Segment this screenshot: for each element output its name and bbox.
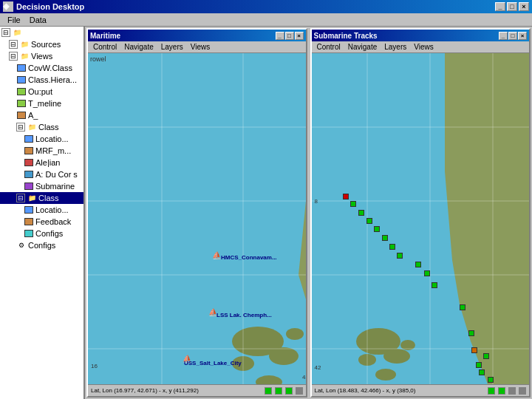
tree-output[interactable]: Ou:put <box>0 86 83 98</box>
track-sq-green-14 <box>483 353 489 359</box>
tree-ax[interactable]: A_ <box>0 109 83 121</box>
close-button[interactable]: × <box>519 2 529 11</box>
maritime-menu-control[interactable]: Control <box>89 43 120 51</box>
sub-coord-42: 42 <box>315 364 321 371</box>
maritime-menu-views[interactable]: Views <box>187 43 214 51</box>
views-label: Views <box>31 52 52 61</box>
maritime-ind-1 <box>265 387 272 395</box>
tree-timeline[interactable]: T_meline <box>0 98 83 109</box>
submarine-window: Submarine Tracks _ □ × Control Navigate … <box>310 28 531 398</box>
track-sq-green-13 <box>476 362 482 368</box>
maritime-close-btn[interactable]: × <box>295 32 304 40</box>
submarine-close-btn[interactable]: × <box>518 32 527 40</box>
maritime-menu-navigate[interactable]: Navigate <box>120 43 157 51</box>
tree-root[interactable]: ⊟ 📁 <box>0 27 83 38</box>
maritime-coord-42: 42 <box>302 374 306 381</box>
maritime-menu-bar: Control Navigate Layers Views <box>88 41 306 53</box>
submarine-menu-control[interactable]: Control <box>313 43 344 51</box>
tree-submarine[interactable]: ⊟ 📁 Class <box>0 192 83 204</box>
views-toggle[interactable]: ⊟ <box>9 52 18 61</box>
track-sq-green-3 <box>366 218 372 224</box>
submarine-title-btns: _ □ × <box>499 32 527 40</box>
submarine-label: Class <box>38 194 59 202</box>
maritime-ind-2 <box>275 387 282 395</box>
output-icon <box>16 87 27 96</box>
track-sq-green-5 <box>382 235 388 241</box>
sources-label: Sources <box>31 40 61 49</box>
timeline-icon <box>16 99 27 108</box>
mrf-label: Ale|ian <box>35 158 60 167</box>
maritime-min-btn[interactable]: _ <box>276 32 284 40</box>
track-sq-green-15 <box>479 369 485 375</box>
menu-file[interactable]: File <box>3 15 25 25</box>
maritime-canvas[interactable]: ⛵ HMCS_Connavam... ⛵ LSS Lak. Chemph... … <box>88 53 306 384</box>
classhier-label: Class.Hiera... <box>28 75 77 84</box>
tree-mrf[interactable]: Ale|ian <box>0 157 83 168</box>
app-title: Decision Desktop <box>16 2 84 11</box>
submarine-menu-layers[interactable]: Layers <box>381 43 410 51</box>
s-location-label: Feedback <box>35 217 71 226</box>
covw-layer-icon <box>16 64 27 72</box>
maritime-terrain-svg <box>88 53 306 384</box>
tree-m-location[interactable]: MRF_m... <box>0 145 83 157</box>
submarine-ind-3 <box>508 387 516 395</box>
submarine-status-text: Lat, Lon (18.483, 42.466) - x, y (385,0) <box>315 387 416 394</box>
ship-lss-label: LSS Lak. Chemph... <box>216 312 272 318</box>
submarine-icon: 📁 <box>27 194 37 202</box>
feedback-label: Configs <box>35 229 63 238</box>
submarine-ind-2 <box>498 387 505 395</box>
maritime-max-btn[interactable]: □ <box>285 32 294 40</box>
sources-icon: 📁 <box>19 40 30 49</box>
configs-label: Configs <box>28 241 55 250</box>
configs-icon: ⚙ <box>16 241 27 250</box>
submarine-ind-1 <box>488 387 495 395</box>
maximize-button[interactable]: □ <box>507 2 517 11</box>
track-sq-orange-1 <box>471 347 477 353</box>
tree-s-class[interactable]: Locatio... <box>0 204 83 216</box>
mrf-icon <box>24 158 34 167</box>
ship-hmcs-label: HMCS_Connavam... <box>221 254 277 261</box>
tree-s-location[interactable]: Feedback <box>0 216 83 228</box>
submarine-toggle[interactable]: ⊟ <box>16 194 25 202</box>
tree-alejian[interactable]: A: Du Cor s <box>0 168 83 180</box>
track-sq-red-1 <box>343 194 349 200</box>
ship-hmcs[interactable]: ⛵ <box>212 251 221 259</box>
svg-point-5 <box>256 375 282 384</box>
maritime-menu-layers[interactable]: Layers <box>157 43 187 51</box>
s-class-icon <box>24 205 34 214</box>
submarine-menu-bar: Control Navigate Layers Views <box>312 41 530 53</box>
maritime-window: Maritime _ □ × Control Navigate Layers V… <box>86 28 307 398</box>
track-sq-green-12 <box>468 330 474 336</box>
tree-m-class[interactable]: Locatio... <box>0 133 83 145</box>
svg-point-4 <box>286 328 304 340</box>
minimize-button[interactable]: _ <box>495 2 505 11</box>
maritime-toggle[interactable]: ⊟ <box>16 123 25 132</box>
submarine-min-btn[interactable]: _ <box>499 32 508 40</box>
track-sq-green-4 <box>374 226 380 232</box>
alejian-label: A: Du Cor s <box>35 170 78 179</box>
tree-sources[interactable]: ⊟ 📁 Sources <box>0 38 83 50</box>
tree-maritime[interactable]: ⊟ 📁 Class <box>0 121 83 133</box>
submarine-menu-views[interactable]: Views <box>410 43 437 51</box>
track-sq-green-9 <box>424 270 430 276</box>
tree-feedback[interactable]: Configs <box>0 228 83 239</box>
sources-toggle[interactable]: ⊟ <box>9 40 18 49</box>
map-views-row: Maritime _ □ × Control Navigate Layers V… <box>85 27 532 399</box>
submarine-max-btn[interactable]: □ <box>508 32 517 40</box>
tree-configs[interactable]: ⚙ Configs <box>0 239 83 251</box>
m-location-icon <box>24 146 34 155</box>
menu-data[interactable]: Data <box>25 15 51 25</box>
submarine-menu-navigate[interactable]: Navigate <box>344 43 381 51</box>
tree-covw[interactable]: CovW.Class <box>0 62 83 74</box>
submarine-canvas[interactable]: Auguste_Jul-1 8 42 <box>312 53 530 384</box>
svg-point-16 <box>383 349 410 364</box>
tree-views[interactable]: ⊟ 📁 Views <box>0 50 83 62</box>
ax-icon <box>16 111 27 120</box>
adcorrs-icon <box>24 182 34 191</box>
tree-classhier[interactable]: Class.Hiera... <box>0 74 83 86</box>
root-toggle[interactable]: ⊟ <box>1 28 10 37</box>
m-class-label: Locatio... <box>35 134 69 143</box>
timeline-label: T_meline <box>28 99 61 108</box>
tree-adcorrs[interactable]: Submarine <box>0 180 83 192</box>
maritime-title: Maritime <box>90 32 120 40</box>
